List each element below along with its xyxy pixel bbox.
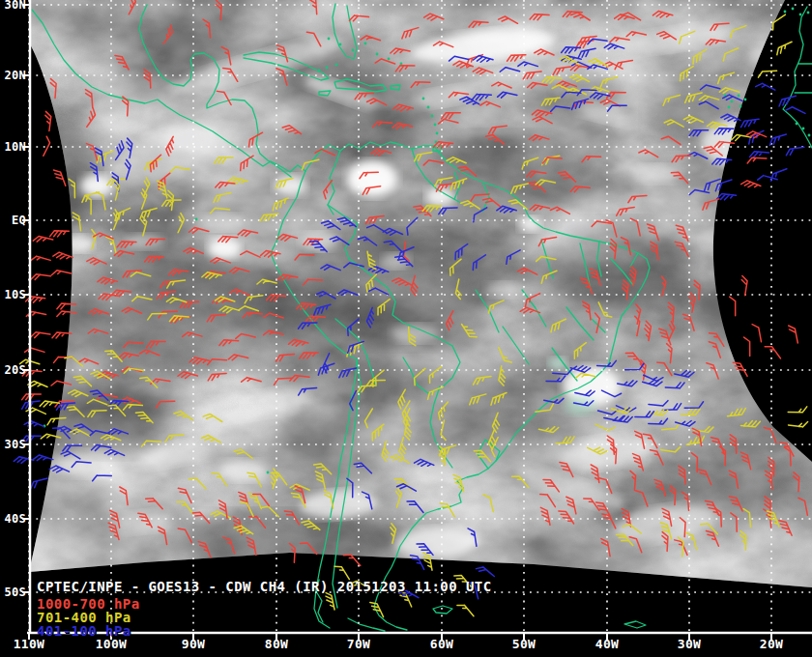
map-canvas — [0, 0, 812, 657]
lat-label-20S: 20S — [0, 363, 26, 377]
lon-label-20W: 20W — [742, 637, 800, 651]
lon-label-50W: 50W — [495, 637, 553, 651]
lat-label-30N: 30N — [0, 0, 26, 12]
lon-label-90W: 90W — [164, 637, 222, 651]
lat-label-20N: 20N — [0, 69, 26, 82]
lon-label-30W: 30W — [660, 637, 718, 651]
lat-label-10S: 10S — [0, 288, 26, 301]
lat-label-30S: 30S — [0, 438, 26, 451]
screenshot-root: { "header": { "title": "CPTEC/INPE - GOE… — [0, 0, 812, 657]
lon-label-110W: 110W — [0, 637, 58, 651]
coast-africa-west — [783, 7, 812, 148]
legend-item-high-level: 401-100 hPa — [37, 623, 131, 639]
map-title: CPTEC/INPE - GOES13 - CDW CH4 (IR) 20151… — [37, 579, 492, 594]
lat-label-40S: 40S — [0, 512, 26, 526]
lon-label-100W: 100W — [82, 637, 140, 651]
lon-label-40W: 40W — [578, 637, 636, 651]
coast-tierra-del-fuego — [348, 618, 385, 631]
lon-label-60W: 60W — [413, 637, 471, 651]
lat-label-10N: 10N — [0, 140, 26, 154]
coast-south-georgia — [624, 621, 646, 628]
coast-falklands — [433, 606, 452, 614]
lon-label-80W: 80W — [247, 637, 305, 651]
lat-label-50S: 50S — [0, 586, 26, 599]
lon-label-70W: 70W — [330, 637, 388, 651]
satellite-map: CPTEC/INPE - GOES13 - CDW CH4 (IR) 20151… — [0, 0, 812, 657]
lat-label-EQ: EQ — [0, 214, 26, 227]
